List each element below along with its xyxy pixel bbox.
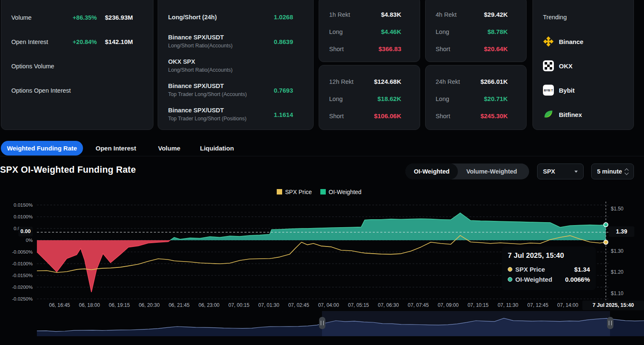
svg-text:06, 20:30: 06, 20:30 xyxy=(139,302,160,308)
svg-text:-0.0200%: -0.0200% xyxy=(12,285,33,290)
svg-text:07, 07:45: 07, 07:45 xyxy=(408,302,429,308)
svg-text:07, 02:45: 07, 02:45 xyxy=(288,302,309,308)
grip-icon xyxy=(609,321,612,325)
svg-text:-0.0100%: -0.0100% xyxy=(12,261,33,266)
svg-text:06, 21:45: 06, 21:45 xyxy=(169,302,190,308)
tooltip-row-oi-weighted: OI-Weighted0.0066% xyxy=(508,274,590,284)
svg-text:0.0150%: 0.0150% xyxy=(14,202,33,208)
svg-text:07, 01:30: 07, 01:30 xyxy=(258,302,279,308)
svg-text:-0.0250%: -0.0250% xyxy=(12,296,33,301)
svg-text:07, 00:15: 07, 00:15 xyxy=(229,302,249,308)
svg-text:07, 05:15: 07, 05:15 xyxy=(348,302,369,308)
svg-text:$1.50: $1.50 xyxy=(611,206,623,212)
svg-text:0%: 0% xyxy=(26,238,33,243)
svg-text:$1.20: $1.20 xyxy=(611,269,623,275)
tooltip-row-spx-price: SPX Price$1.34 xyxy=(508,264,590,274)
spx-price-dot-icon xyxy=(508,267,512,272)
svg-text:06, 16:45: 06, 16:45 xyxy=(49,302,70,308)
navigator-left-handle[interactable] xyxy=(319,317,325,329)
crosshair-left-value: 0.00 xyxy=(18,227,33,236)
svg-text:-0.0150%: -0.0150% xyxy=(12,273,33,278)
svg-text:07, 04:00: 07, 04:00 xyxy=(318,302,339,308)
svg-text:$1.30: $1.30 xyxy=(611,248,623,254)
grip-icon xyxy=(321,321,324,325)
funding-chart-canvas[interactable]: 0.0150%0.0100%0.0050%0%-0.0050%-0.0100%-… xyxy=(0,0,644,345)
crosshair-date-label: 7 Jul 2025, 15:40 xyxy=(582,301,644,310)
svg-text:07, 11:30: 07, 11:30 xyxy=(498,302,518,308)
navigator-right-handle[interactable] xyxy=(607,317,613,329)
svg-text:07, 09:00: 07, 09:00 xyxy=(438,302,459,308)
oi-weighted-dot-icon xyxy=(508,277,512,282)
svg-text:-0.0050%: -0.0050% xyxy=(12,249,33,254)
crosshair-right-value: 1.39 xyxy=(609,226,634,237)
svg-text:07, 12:45: 07, 12:45 xyxy=(527,302,548,308)
svg-text:06, 19:15: 06, 19:15 xyxy=(109,302,130,308)
tooltip-date: 7 Jul 2025, 15:40 xyxy=(508,252,590,260)
svg-text:0.0100%: 0.0100% xyxy=(14,214,33,219)
svg-text:07, 14:00: 07, 14:00 xyxy=(557,302,578,308)
svg-text:06, 23:00: 06, 23:00 xyxy=(198,302,219,308)
svg-text:06, 18:00: 06, 18:00 xyxy=(79,302,100,308)
coinglass-dashboard: 0.0150%0.0100%0.0050%0%-0.0050%-0.0100%-… xyxy=(0,0,644,345)
chart-tooltip: 7 Jul 2025, 15:40 SPX Price$1.34 OI-Weig… xyxy=(502,246,596,290)
svg-text:07, 06:30: 07, 06:30 xyxy=(378,302,399,308)
svg-text:$1.10: $1.10 xyxy=(611,291,623,296)
svg-text:07, 10:15: 07, 10:15 xyxy=(467,302,488,308)
